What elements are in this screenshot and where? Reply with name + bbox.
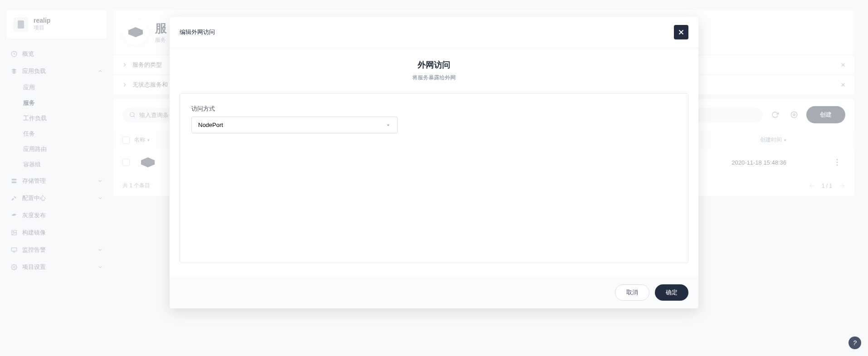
select-value: NodePort: [198, 122, 223, 128]
access-type-select[interactable]: NodePort: [191, 117, 398, 133]
modal-footer: 取消 确定: [170, 277, 698, 308]
edit-external-access-modal: 编辑外网访问 外网访问 将服务暴露给外网 访问方式 NodePort 取消 确定: [170, 17, 698, 308]
caret-down-icon: [385, 122, 391, 128]
cancel-button[interactable]: 取消: [615, 284, 649, 301]
modal-title: 编辑外网访问: [180, 28, 215, 36]
modal-close-button[interactable]: [674, 25, 688, 39]
access-type-label: 访问方式: [191, 105, 677, 113]
modal-subtitle: 将服务暴露给外网: [180, 74, 688, 82]
close-icon: [677, 28, 685, 36]
modal-body: 外网访问 将服务暴露给外网 访问方式 NodePort: [170, 48, 698, 277]
confirm-button[interactable]: 确定: [655, 284, 688, 301]
form-panel: 访问方式 NodePort: [180, 93, 688, 263]
help-button[interactable]: ?: [848, 336, 861, 349]
modal-heading: 外网访问: [180, 59, 688, 70]
modal-header: 编辑外网访问: [170, 17, 698, 48]
